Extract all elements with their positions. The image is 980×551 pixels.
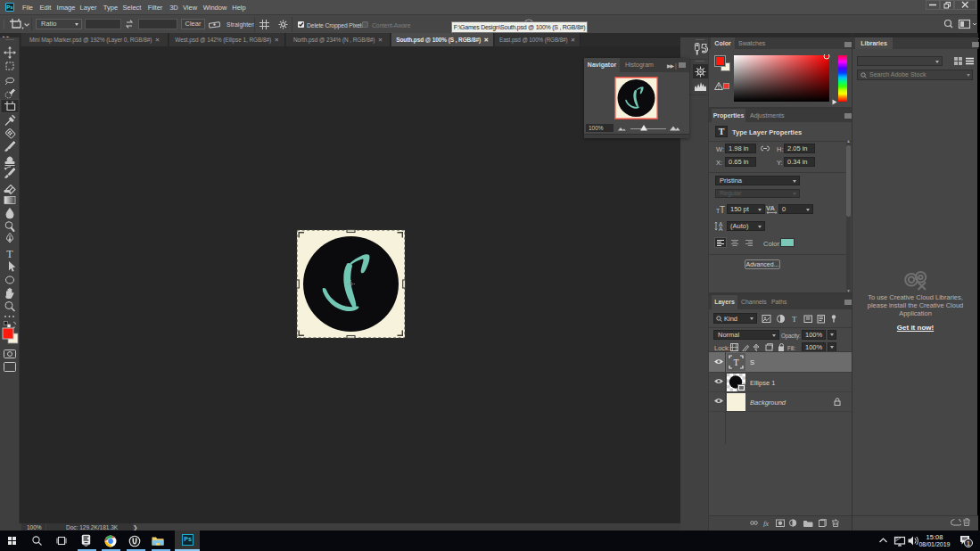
svg-text:T: T [733,358,738,367]
svg-text:T: T [792,315,797,324]
svg-text:T: T [720,205,725,214]
svg-text:fx: fx [763,519,769,527]
svg-text:T: T [6,248,13,260]
svg-text:A: A [719,226,723,231]
svg-text:V​A: V​A [766,204,775,212]
